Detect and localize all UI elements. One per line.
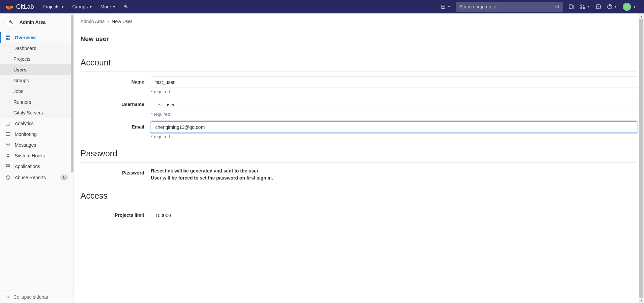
- sidebar-scrollbar[interactable]: [70, 13, 73, 303]
- main-scrollbar[interactable]: ▲ ▼: [639, 13, 644, 303]
- sidebar-item-overview[interactable]: Overview: [0, 32, 73, 43]
- username-required-hint: * required: [151, 110, 637, 117]
- wrench-icon: [5, 17, 16, 28]
- svg-rect-20: [6, 166, 7, 167]
- field-email-row: Email * required: [80, 117, 637, 139]
- applications-icon: [5, 164, 11, 169]
- chevron-down-icon: ▼: [447, 5, 450, 8]
- svg-point-5: [583, 7, 585, 9]
- breadcrumb: Admin Area › New User: [80, 19, 637, 29]
- sidebar-item-runners[interactable]: Runners: [0, 97, 73, 107]
- create-new-dropdown[interactable]: ▼: [438, 2, 453, 11]
- main-content: Admin Area › New User New user Account N…: [74, 13, 644, 303]
- svg-rect-13: [6, 133, 10, 136]
- password-info-line1: Reset link will be generated and sent to…: [151, 167, 637, 174]
- chevron-right-icon: ›: [107, 19, 109, 24]
- page-title: New user: [80, 29, 637, 48]
- field-name-row: Name * required: [80, 72, 637, 94]
- avatar-icon: [623, 3, 631, 11]
- sidebar-item-system-hooks[interactable]: System Hooks: [0, 150, 73, 161]
- sidebar: Admin Area Overview Dashboard Projects U…: [0, 13, 74, 303]
- sidebar-item-projects[interactable]: Projects: [0, 54, 73, 64]
- help-dropdown[interactable]: ▼: [604, 2, 620, 11]
- chevron-down-icon: ▼: [89, 5, 92, 9]
- issues-icon[interactable]: [566, 2, 577, 11]
- header-right: ▼ ▼ ▼: [566, 1, 639, 13]
- sidebar-item-monitoring[interactable]: Monitoring: [0, 129, 73, 140]
- messages-icon: [5, 143, 11, 147]
- chevron-down-icon: ▼: [587, 5, 590, 8]
- sidebar-item-gitaly[interactable]: Gitaly Servers: [0, 107, 73, 118]
- name-input[interactable]: [151, 77, 637, 88]
- svg-rect-17: [6, 164, 7, 166]
- section-password-title: Password: [80, 139, 637, 163]
- brand-name: GitLab: [16, 3, 34, 10]
- email-input[interactable]: [151, 121, 637, 133]
- email-label: Email: [80, 121, 151, 139]
- chevron-down-icon: ▼: [112, 5, 116, 9]
- svg-rect-19: [9, 164, 10, 166]
- nav-projects[interactable]: Projects▼: [39, 2, 67, 11]
- sidebar-title: Admin Area: [19, 19, 46, 25]
- overview-subitems: Dashboard Projects Users Groups Jobs Run…: [0, 43, 73, 118]
- scrollbar-up-icon[interactable]: ▲: [639, 13, 644, 19]
- svg-rect-9: [8, 36, 10, 37]
- primary-nav: Projects▼ Groups▼ More▼: [39, 2, 131, 11]
- chevron-down-icon: ▼: [614, 5, 617, 8]
- svg-rect-11: [8, 38, 10, 39]
- sidebar-context-header[interactable]: Admin Area: [0, 13, 73, 31]
- merge-requests-dropdown[interactable]: ▼: [577, 2, 592, 11]
- svg-rect-10: [6, 38, 8, 40]
- top-header: GitLab Projects▼ Groups▼ More▼ ▼ ▼: [0, 0, 644, 13]
- sidebar-item-dashboard[interactable]: Dashboard: [0, 43, 73, 54]
- svg-rect-22: [9, 166, 10, 167]
- svg-point-3: [581, 5, 582, 6]
- field-projects-limit-row: Projects limit: [80, 205, 637, 221]
- sidebar-item-applications[interactable]: Applications: [0, 161, 73, 172]
- brand-area[interactable]: GitLab: [5, 3, 34, 11]
- hook-icon: [5, 153, 11, 158]
- field-password-row: Password Reset link will be generated an…: [80, 163, 637, 182]
- monitoring-icon: [5, 132, 11, 137]
- name-label: Name: [80, 77, 151, 94]
- projects-limit-input[interactable]: [151, 210, 637, 221]
- admin-wrench-icon[interactable]: [120, 2, 131, 11]
- sidebar-scrollbar-thumb[interactable]: [71, 15, 73, 172]
- sidebar-item-analytics[interactable]: Analytics: [0, 118, 73, 129]
- sidebar-item-groups[interactable]: Groups: [0, 75, 73, 86]
- sidebar-item-jobs[interactable]: Jobs: [0, 86, 73, 97]
- analytics-icon: [5, 121, 11, 126]
- search-box[interactable]: [456, 2, 563, 12]
- svg-rect-2: [569, 5, 572, 9]
- nav-more[interactable]: More▼: [97, 2, 119, 11]
- projects-limit-label: Projects limit: [80, 210, 151, 221]
- svg-point-14: [7, 154, 9, 155]
- breadcrumb-root[interactable]: Admin Area: [80, 19, 105, 24]
- sidebar-item-messages[interactable]: Messages: [0, 140, 73, 150]
- svg-rect-8: [6, 36, 8, 37]
- svg-rect-18: [7, 164, 9, 166]
- collapse-sidebar-button[interactable]: Collapse sidebar: [0, 291, 73, 303]
- field-username-row: Username * required: [80, 94, 637, 117]
- section-access-title: Access: [80, 182, 637, 205]
- gitlab-logo-icon: [5, 3, 13, 11]
- svg-point-1: [556, 5, 559, 8]
- svg-rect-21: [7, 166, 9, 167]
- breadcrumb-current: New User: [112, 19, 132, 24]
- main-scrollbar-thumb[interactable]: [639, 19, 643, 298]
- username-input[interactable]: [151, 99, 637, 110]
- collapse-icon: [5, 295, 10, 299]
- password-label: Password: [80, 167, 151, 182]
- nav-groups[interactable]: Groups▼: [69, 2, 96, 11]
- todos-icon[interactable]: [593, 2, 604, 11]
- abuse-icon: [5, 175, 11, 180]
- email-required-hint: * required: [151, 133, 637, 139]
- sidebar-item-abuse-reports[interactable]: Abuse Reports 0: [0, 172, 73, 183]
- search-input[interactable]: [459, 4, 555, 9]
- user-menu[interactable]: ▼: [620, 1, 639, 13]
- svg-rect-12: [8, 39, 10, 40]
- chevron-down-icon: ▼: [633, 5, 636, 8]
- sidebar-item-users[interactable]: Users: [0, 64, 73, 75]
- name-required-hint: * required: [151, 88, 637, 94]
- scrollbar-down-icon[interactable]: ▼: [639, 298, 644, 303]
